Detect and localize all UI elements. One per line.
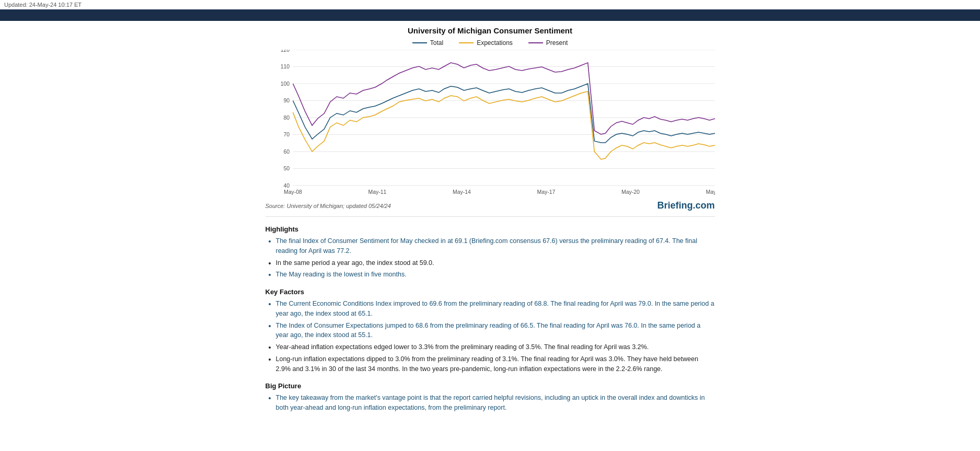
key-factors-item-3: Year-ahead inflation expectations edged … <box>276 342 715 352</box>
chart-footer: Source: University of Michigan; updated … <box>266 200 715 217</box>
big-picture-item-1: The key takeaway from the market's vanta… <box>276 393 715 413</box>
highlights-title: Highlights <box>266 225 715 233</box>
big-picture-title: Big Picture <box>266 382 715 390</box>
key-factors-title: Key Factors <box>266 288 715 296</box>
svg-text:120: 120 <box>280 50 290 53</box>
key-factors-item-2: The Index of Consumer Expectations jumpe… <box>276 321 715 341</box>
big-picture-list: The key takeaway from the market's vanta… <box>276 393 715 413</box>
big-picture-section: Big Picture The key takeaway from the ma… <box>266 382 715 413</box>
svg-text:110: 110 <box>280 64 290 70</box>
key-factors-item-4: Long-run inflation expectations dipped t… <box>276 354 715 374</box>
svg-text:May-17: May-17 <box>537 189 555 195</box>
header-bar <box>0 9 980 21</box>
svg-text:May-23: May-23 <box>706 189 714 195</box>
chart-legend: Total Expectations Present <box>266 39 715 47</box>
chart-title: University of Michigan Consumer Sentimen… <box>266 26 715 35</box>
highlights-item-1: The final Index of Consumer Sentiment fo… <box>276 236 715 256</box>
svg-text:100: 100 <box>280 81 290 87</box>
legend-line-total <box>412 42 427 43</box>
svg-text:60: 60 <box>283 149 290 155</box>
update-bar: Updated: 24-May-24 10:17 ET <box>0 0 980 9</box>
svg-text:80: 80 <box>283 115 290 121</box>
legend-expectations: Expectations <box>459 39 513 47</box>
svg-text:May-11: May-11 <box>368 189 386 195</box>
svg-text:40: 40 <box>283 183 290 189</box>
highlights-item-3: The May reading is the lowest in five mo… <box>276 270 715 280</box>
briefing-logo: Briefing.com <box>657 200 714 211</box>
key-factors-list: The Current Economic Conditions Index im… <box>276 299 715 374</box>
svg-text:May-20: May-20 <box>621 189 640 195</box>
key-factors-section: Key Factors The Current Economic Conditi… <box>266 288 715 374</box>
highlights-item-2: In the same period a year ago, the index… <box>276 258 715 268</box>
svg-text:May-08: May-08 <box>283 189 302 195</box>
chart-svg: 120 110 100 90 80 70 60 50 40 May-08 May… <box>266 50 715 196</box>
legend-line-present <box>528 42 543 43</box>
svg-text:May-14: May-14 <box>452 189 470 195</box>
svg-text:90: 90 <box>283 98 290 104</box>
legend-line-expectations <box>459 42 474 43</box>
key-factors-item-1: The Current Economic Conditions Index im… <box>276 299 715 319</box>
highlights-list: The final Index of Consumer Sentiment fo… <box>276 236 715 280</box>
legend-present: Present <box>528 39 568 47</box>
highlights-section: Highlights The final Index of Consumer S… <box>266 225 715 280</box>
legend-total: Total <box>412 39 443 47</box>
chart-area: 120 110 100 90 80 70 60 50 40 May-08 May… <box>266 50 715 196</box>
svg-text:70: 70 <box>283 132 290 138</box>
svg-text:50: 50 <box>283 166 290 172</box>
chart-source: Source: University of Michigan; updated … <box>266 203 391 209</box>
